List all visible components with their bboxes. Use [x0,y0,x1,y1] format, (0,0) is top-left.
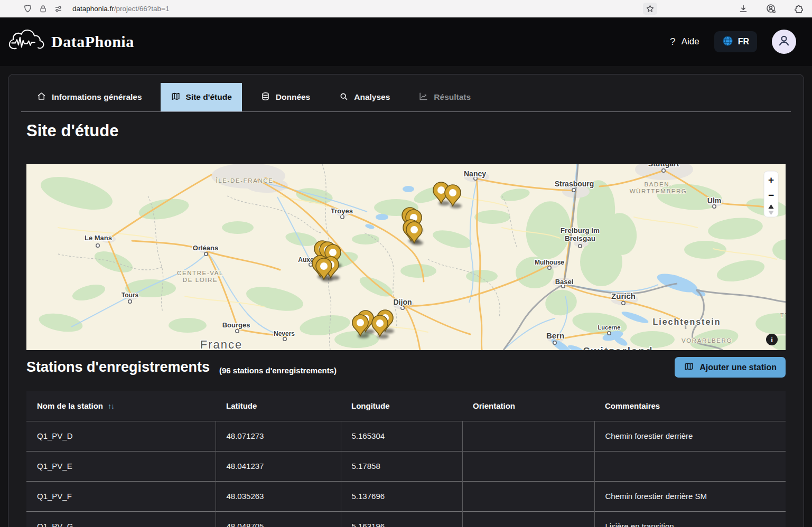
map-country-france: France [200,338,242,350]
map-region-tyrol: TYROL [780,312,786,318]
info-icon: i [771,336,773,344]
svg-text:Bern: Bern [546,331,564,340]
tab-analyses[interactable]: Analyses [329,83,400,111]
map-country-liechtenstein: Liechtenstein [652,317,721,326]
language-label: FR [738,37,749,46]
svg-text:Dijon: Dijon [394,298,412,306]
user-avatar-icon [777,34,791,50]
cell-longitude: 5.165304 [341,421,462,451]
col-header-label: Commentaires [605,401,660,410]
stations-header-row: Stations d'enregistrements (96 stations … [26,357,786,378]
cell-comments: Chemin forestier derrière SM [594,481,786,511]
search-icon [339,91,349,103]
globe-icon [722,35,733,49]
table-header-row: Nom de la station↑↓LatitudeLongitudeOrie… [26,391,786,421]
cell-comments [594,451,786,481]
cell-latitude: 48.071273 [216,421,341,451]
zoom-out-button[interactable]: − [768,190,774,201]
download-icon[interactable] [739,4,748,14]
database-icon [260,91,270,103]
svg-text:Le Mans: Le Mans [85,234,112,242]
sort-icon[interactable]: ↑↓ [108,402,114,410]
col-header-label: Longitude [351,401,389,410]
station-row-Q1_PV_D[interactable]: Q1_PV_D48.0712735.165304Chemin forestier… [26,421,786,451]
home-icon [36,91,46,103]
cell-name: Q1_PV_G [26,511,216,527]
svg-text:Zurich: Zurich [611,291,636,300]
app-header: DataPhonia ? Aide FR [0,17,812,66]
cell-name: Q1_PV_D [26,421,216,451]
url-path: /project/66?tab=1 [114,5,170,13]
svg-text:Nevers: Nevers [274,330,295,337]
bookmark-star-icon[interactable] [643,3,657,15]
tab-label: Résultats [434,92,471,102]
cell-comments: Lisière en transition [594,511,786,527]
col-header-name[interactable]: Nom de la station↑↓ [26,391,216,421]
svg-text:Lucerne: Lucerne [598,324,621,331]
cell-longitude: 5.163196 [341,511,462,527]
svg-text:Ulm: Ulm [707,196,721,205]
svg-text:Orléans: Orléans [193,244,218,252]
cell-latitude: 48.035263 [216,481,341,511]
tab-label: Site d'étude [186,92,232,102]
chart-icon [418,91,428,103]
add-station-button[interactable]: Ajouter une station [675,357,786,378]
language-button[interactable]: FR [714,31,757,52]
tab-label: Données [276,92,310,102]
extensions-icon[interactable] [794,4,804,14]
cell-longitude: 5.137696 [341,481,462,511]
cell-comments: Chemin forestier derrière [594,421,786,451]
help-button[interactable]: ? Aide [670,36,699,48]
shield-icon[interactable] [23,4,32,13]
stations-count: (96 stations d'enregistrements) [219,366,337,378]
map-icon [684,361,694,374]
station-row-Q1_PV_G[interactable]: Q1_PV_G48.0487055.163196Lisière en trans… [26,511,786,527]
tab-site-detude[interactable]: Site d'étude [161,83,242,111]
station-row-Q1_PV_E[interactable]: Q1_PV_E48.0412375.17858 [26,451,786,481]
cloud-waveform-logo [8,27,46,56]
col-header-label: Nom de la station [37,401,103,410]
svg-text:Bourges: Bourges [222,321,250,329]
map-info-button[interactable]: i [766,334,778,345]
permissions-icon[interactable] [54,4,63,13]
url-bar[interactable]: dataphonia.fr/project/66?tab=1 [72,5,170,13]
tab-donnees[interactable]: Données [250,83,320,111]
tab-informations-generales[interactable]: Informations générales [26,83,152,111]
user-avatar[interactable] [772,30,796,54]
stations-table: Nom de la station↑↓LatitudeLongitudeOrie… [26,391,786,527]
svg-text:Freiburg imBreisgau: Freiburg imBreisgau [561,227,600,242]
svg-text:Tours: Tours [122,291,139,299]
svg-text:Mulhouse: Mulhouse [535,259,564,266]
profile-icon[interactable] [766,4,776,14]
brand-name: DataPhonia [51,33,134,51]
study-site-map[interactable]: ÎLE-DE-FRANCECENTRE-VALDE LOIREBADEN-WÜR… [26,164,786,350]
col-header-orientation: Orientation [462,391,594,421]
zoom-in-button[interactable]: + [768,174,774,185]
cell-latitude: 48.048705 [216,511,341,527]
map-icon [171,91,181,103]
svg-text:Troyes: Troyes [331,207,353,215]
col-header-label: Latitude [226,401,257,410]
station-row-Q1_PV_F[interactable]: Q1_PV_F48.0352635.137696Chemin forestier… [26,481,786,511]
svg-text:Strasbourg: Strasbourg [555,180,594,188]
lock-icon[interactable] [39,4,48,13]
question-mark-icon: ? [670,36,676,48]
tab-label: Analyses [354,92,390,102]
map-country-switzerland: Switzerland [583,345,653,350]
cell-orientation [462,451,594,481]
main-panel: Informations généralesSite d'étudeDonnée… [8,74,804,527]
tab-bar: Informations généralesSite d'étudeDonnée… [21,83,791,112]
map-region-ile-de-france: ÎLE-DE-FRANCE [216,177,274,184]
url-host: dataphonia.fr [72,5,114,13]
cell-longitude: 5.17858 [341,451,462,481]
svg-text:Nancy: Nancy [464,170,486,178]
cell-orientation [462,481,594,511]
tab-label: Informations générales [52,92,142,102]
page-title: Site d'étude [26,121,786,140]
col-header-label: Orientation [473,401,515,410]
brand[interactable]: DataPhonia [8,27,134,56]
cell-orientation [462,421,594,451]
map-region-centre-val-de-loire: CENTRE-VALDE LOIRE [177,270,223,283]
map-zoom-control: + − [764,171,778,217]
tab-resultats: Résultats [408,83,481,111]
